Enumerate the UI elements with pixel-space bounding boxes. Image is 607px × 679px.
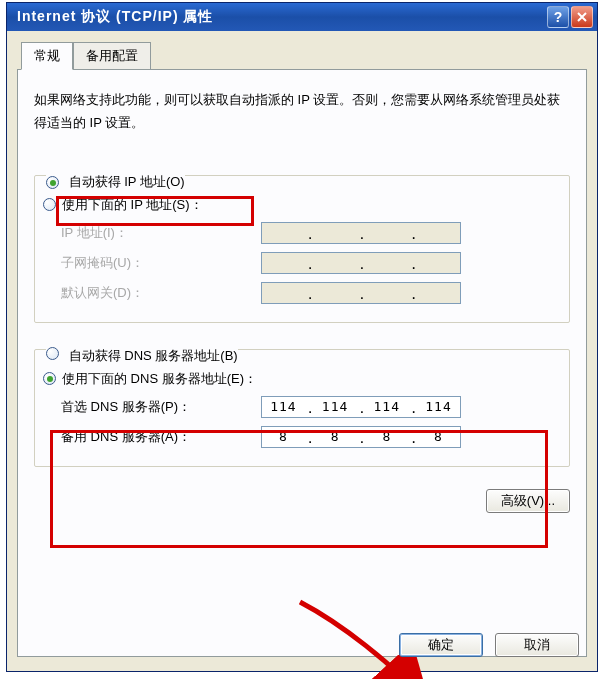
- client-area: 常规 备用配置 如果网络支持此功能，则可以获取自动指派的 IP 设置。否则，您需…: [7, 31, 597, 667]
- tab-general[interactable]: 常规: [21, 42, 73, 70]
- radio-icon: [46, 176, 59, 189]
- annotation-highlight-ip-auto: [56, 196, 254, 226]
- radio-auto-ip-label: 自动获得 IP 地址(O): [69, 174, 185, 189]
- tab-alternate[interactable]: 备用配置: [73, 42, 151, 70]
- cancel-button[interactable]: 取消: [495, 633, 579, 657]
- label-gateway: 默认网关(D)：: [61, 284, 261, 302]
- input-subnet: ...: [261, 252, 461, 274]
- input-preferred-dns[interactable]: 114. 114. 114. 114: [261, 396, 461, 418]
- radio-auto-dns[interactable]: 自动获得 DNS 服务器地址(B): [46, 348, 238, 363]
- label-ip-address: IP 地址(I)：: [61, 224, 261, 242]
- radio-icon: [43, 198, 56, 211]
- tab-strip: 常规 备用配置: [21, 41, 587, 69]
- radio-icon: [43, 372, 56, 385]
- close-icon[interactable]: [571, 6, 593, 28]
- dialog-window: Internet 协议 (TCP/IP) 属性 ? 常规 备用配置 如果网络支持…: [6, 2, 598, 672]
- radio-manual-dns[interactable]: 使用下面的 DNS 服务器地址(E)：: [43, 370, 561, 388]
- input-ip-address: ...: [261, 222, 461, 244]
- row-preferred-dns: 首选 DNS 服务器(P)： 114. 114. 114. 114: [61, 396, 561, 418]
- radio-auto-ip[interactable]: 自动获得 IP 地址(O): [46, 174, 185, 189]
- input-gateway: ...: [261, 282, 461, 304]
- annotation-highlight-dns: [50, 430, 548, 548]
- help-icon[interactable]: ?: [547, 6, 569, 28]
- dialog-buttons: 确定 取消: [399, 633, 579, 657]
- tab-panel-general: 如果网络支持此功能，则可以获取自动指派的 IP 设置。否则，您需要从网络系统管理…: [17, 69, 587, 657]
- ok-button[interactable]: 确定: [399, 633, 483, 657]
- titlebar-buttons: ?: [547, 6, 593, 28]
- row-subnet: 子网掩码(U)： ...: [61, 252, 561, 274]
- label-subnet: 子网掩码(U)：: [61, 254, 261, 272]
- radio-auto-dns-label: 自动获得 DNS 服务器地址(B): [69, 348, 238, 363]
- label-preferred-dns: 首选 DNS 服务器(P)：: [61, 398, 261, 416]
- window-title: Internet 协议 (TCP/IP) 属性: [17, 8, 547, 26]
- titlebar[interactable]: Internet 协议 (TCP/IP) 属性 ?: [7, 3, 597, 31]
- ip-group: 自动获得 IP 地址(O) 使用下面的 IP 地址(S)： IP 地址(I)： …: [34, 165, 570, 323]
- radio-manual-dns-label: 使用下面的 DNS 服务器地址(E)：: [62, 370, 257, 388]
- intro-text: 如果网络支持此功能，则可以获取自动指派的 IP 设置。否则，您需要从网络系统管理…: [34, 88, 570, 135]
- radio-icon: [46, 347, 59, 360]
- row-gateway: 默认网关(D)： ...: [61, 282, 561, 304]
